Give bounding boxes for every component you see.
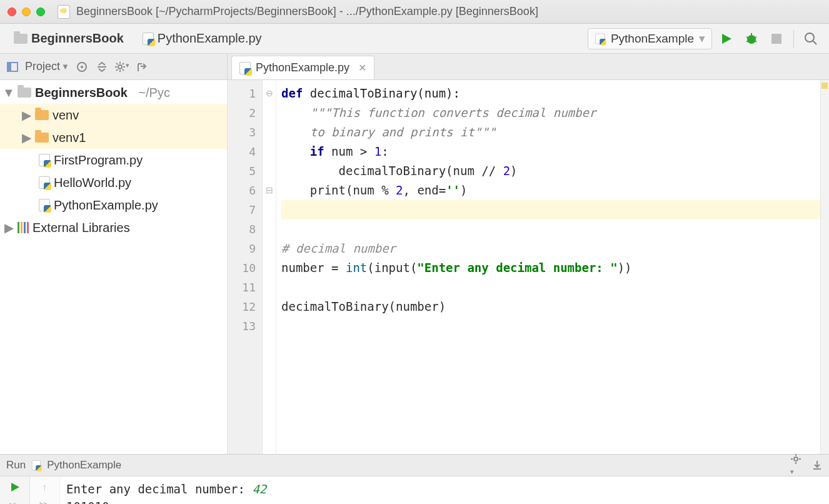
- hide-icon: [137, 61, 147, 73]
- gear-icon: [790, 453, 801, 465]
- folder-icon: [35, 110, 49, 120]
- editor-tab[interactable]: PythonExample.py ✕: [231, 56, 374, 79]
- more-button[interactable]: ≫: [39, 498, 51, 504]
- scroll-from-source-button[interactable]: [74, 61, 89, 73]
- code-editor[interactable]: 123 456 789 101112 13 ⊖ ⊟ def decimalToB…: [228, 80, 829, 454]
- chevron-down-icon: ▼: [4, 86, 14, 100]
- tree-root-label: BeginnersBook: [35, 86, 128, 100]
- console-output-line: 101010: [66, 498, 829, 504]
- svg-point-8: [805, 33, 814, 42]
- settings-button[interactable]: ▾: [114, 61, 129, 73]
- up-button[interactable]: ↑: [43, 481, 48, 492]
- more-actions-button[interactable]: ≫: [9, 499, 21, 504]
- code-area[interactable]: def decimalToBinary(num): """This functi…: [276, 80, 820, 454]
- search-everywhere-button[interactable]: [800, 28, 821, 49]
- search-icon: [804, 32, 818, 46]
- stop-icon: [771, 34, 781, 44]
- fold-end-icon[interactable]: ⊟: [263, 181, 276, 200]
- run-nav-gutter: ↑ ≫: [30, 476, 60, 504]
- svg-point-1: [747, 35, 756, 44]
- python-file-icon: [32, 460, 41, 470]
- minimize-window-button[interactable]: [22, 8, 31, 16]
- svg-rect-7: [771, 34, 781, 44]
- editor-tab-label: PythonExample.py: [256, 61, 349, 74]
- tree-external-libraries[interactable]: ▶ External Libraries: [0, 216, 227, 239]
- breadcrumb-root[interactable]: BeginnersBook: [8, 28, 133, 49]
- fold-toggle-icon[interactable]: ⊖: [263, 84, 276, 103]
- app-icon: [58, 5, 70, 19]
- fold-gutter[interactable]: ⊖ ⊟: [263, 80, 276, 454]
- collapse-all-button[interactable]: [94, 61, 109, 73]
- main-area: ▼ BeginnersBook ~/Pyc ▶ venv ▶ venv1 Fir…: [0, 80, 829, 454]
- console-prompt: Enter any decimal number:: [66, 482, 252, 496]
- folder-icon: [35, 133, 49, 143]
- tree-item-label: venv1: [53, 131, 86, 145]
- window-controls: [8, 8, 45, 16]
- main-toolbar: BeginnersBook PythonExample.py PythonExa…: [0, 24, 829, 54]
- run-config-selector[interactable]: PythonExample ▾: [588, 28, 712, 49]
- run-body: ≫ ↑ ≫ Enter any decimal number: 42 10101…: [0, 476, 829, 504]
- tree-item-label: External Libraries: [33, 221, 130, 235]
- editor-tab-strip: PythonExample.py ✕: [228, 54, 829, 79]
- run-config-label: PythonExample: [611, 32, 694, 46]
- tree-item-label: FirstProgram.py: [54, 153, 143, 168]
- svg-line-20: [123, 69, 124, 71]
- download-icon: [811, 460, 823, 471]
- project-view-selector[interactable]: Project▼: [25, 60, 69, 73]
- svg-line-21: [116, 69, 118, 71]
- rerun-button[interactable]: [9, 481, 21, 493]
- chevron-right-icon: ▶: [21, 130, 31, 145]
- tree-root[interactable]: ▼ BeginnersBook ~/Pyc: [0, 81, 227, 104]
- tree-item-label: PythonExample.py: [54, 198, 158, 213]
- console-input-value: 42: [252, 482, 266, 496]
- tree-root-path: ~/Pyc: [138, 86, 170, 100]
- debug-button[interactable]: [741, 28, 762, 49]
- run-settings-button[interactable]: ▾: [790, 453, 801, 477]
- warning-marker[interactable]: [821, 83, 828, 89]
- svg-marker-28: [11, 483, 19, 491]
- python-file-icon: [143, 33, 154, 45]
- tree-item-label: HelloWorld.py: [54, 176, 131, 190]
- project-view-icon[interactable]: [5, 61, 20, 73]
- play-icon: [9, 481, 21, 493]
- tree-folder[interactable]: ▶ venv1: [0, 126, 227, 149]
- python-file-icon: [39, 199, 50, 211]
- folder-icon: [18, 88, 31, 98]
- tree-file[interactable]: HelloWorld.py: [0, 171, 227, 194]
- tree-item-label: venv: [53, 108, 79, 123]
- collapse-icon: [96, 61, 108, 73]
- project-tree[interactable]: ▼ BeginnersBook ~/Pyc ▶ venv ▶ venv1 Fir…: [0, 80, 228, 454]
- svg-marker-0: [722, 34, 731, 44]
- maximize-window-button[interactable]: [36, 8, 45, 16]
- python-file-icon: [595, 33, 605, 44]
- breadcrumb-root-label: BeginnersBook: [31, 31, 124, 46]
- run-header: Run PythonExample ▾: [0, 455, 829, 476]
- run-hide-button[interactable]: [806, 460, 823, 471]
- close-tab-button[interactable]: ✕: [354, 62, 366, 74]
- project-view-label: Project: [25, 60, 60, 73]
- tree-folder[interactable]: ▶ venv: [0, 104, 227, 126]
- breadcrumb-file[interactable]: PythonExample.py: [136, 28, 271, 49]
- tree-file[interactable]: FirstProgram.py: [0, 149, 227, 171]
- svg-point-13: [81, 66, 83, 68]
- separator: [793, 30, 794, 48]
- python-file-icon: [39, 176, 50, 189]
- close-window-button[interactable]: [8, 8, 16, 16]
- chevron-right-icon: ▶: [21, 108, 31, 123]
- chevron-down-icon: ▾: [699, 31, 705, 46]
- console-output[interactable]: Enter any decimal number: 42 101010 Proc…: [60, 476, 829, 504]
- breadcrumb-file-label: PythonExample.py: [158, 31, 262, 46]
- tree-file[interactable]: PythonExample.py: [0, 194, 227, 216]
- window-title: BeginnersBook [~/PycharmProjects/Beginne…: [76, 5, 821, 18]
- svg-line-9: [813, 41, 816, 44]
- python-file-icon: [239, 62, 251, 74]
- svg-line-19: [116, 63, 118, 64]
- target-icon: [76, 61, 88, 73]
- play-icon: [720, 33, 733, 45]
- folder-icon: [14, 34, 28, 44]
- editor-scrollbar[interactable]: [820, 80, 829, 454]
- hide-button[interactable]: [134, 61, 149, 73]
- stop-button[interactable]: [766, 28, 787, 49]
- run-button[interactable]: [716, 28, 737, 49]
- chevron-down-icon: ▼: [61, 62, 69, 71]
